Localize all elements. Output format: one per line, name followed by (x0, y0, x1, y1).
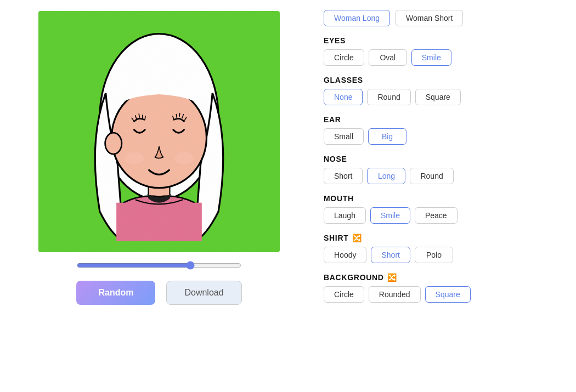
eyes-smile[interactable]: Smile (411, 49, 451, 66)
background-options: Circle Rounded Square (324, 286, 565, 303)
svg-line-11 (179, 113, 180, 116)
avatar-preview (38, 11, 280, 252)
svg-point-3 (105, 133, 122, 154)
svg-line-5 (135, 116, 137, 119)
nose-label: NOSE (324, 155, 565, 163)
ear-label: EAR (324, 115, 565, 124)
shirt-polo[interactable]: Polo (415, 247, 453, 263)
download-button[interactable]: Download (166, 281, 241, 305)
svg-point-14 (125, 152, 144, 164)
svg-point-0 (100, 34, 218, 200)
mouth-options: Laugh Smile Peace (324, 207, 565, 224)
eyes-label: EYES (324, 36, 565, 45)
svg-point-15 (174, 152, 194, 164)
svg-point-2 (112, 87, 207, 188)
mouth-label: MOUTH (324, 194, 565, 203)
ear-big[interactable]: Big (368, 128, 406, 145)
glasses-none[interactable]: None (324, 89, 363, 105)
mouth-smile[interactable]: Smile (370, 207, 410, 224)
shirt-options: Hoody Short Polo (324, 247, 565, 263)
mouth-peace[interactable]: Peace (415, 207, 458, 224)
shirt-section: SHIRT 🔀 Hoody Short Polo (324, 234, 565, 263)
background-label: BACKGROUND 🔀 (324, 273, 565, 282)
svg-line-9 (173, 116, 174, 120)
eyes-options: Circle Oval Smile (324, 49, 565, 66)
hair-section: Woman Long Woman Short (324, 10, 565, 26)
svg-line-8 (145, 116, 145, 120)
action-buttons: Random Download (76, 281, 241, 305)
nose-long[interactable]: Long (367, 168, 405, 184)
svg-line-4 (132, 118, 134, 121)
mouth-section: MOUTH Laugh Smile Peace (324, 194, 565, 224)
left-panel: Random Download (0, 0, 318, 392)
svg-line-6 (139, 114, 139, 117)
hair-option-woman-long[interactable]: Woman Long (324, 10, 390, 26)
eyes-oval[interactable]: Oval (369, 49, 407, 66)
background-circle[interactable]: Circle (324, 286, 364, 303)
svg-line-13 (184, 117, 186, 120)
nose-round[interactable]: Round (410, 168, 453, 184)
background-square[interactable]: Square (425, 286, 471, 303)
avatar-slider-wrap (77, 261, 241, 272)
ear-section: EAR Small Big (324, 115, 565, 145)
glasses-section: GLASSES None Round Square (324, 76, 565, 105)
svg-rect-16 (116, 203, 202, 241)
glasses-round[interactable]: Round (367, 89, 410, 105)
background-random-icon[interactable]: 🔀 (387, 273, 397, 282)
background-rounded[interactable]: Rounded (369, 286, 421, 303)
random-button[interactable]: Random (76, 281, 155, 305)
hair-option-woman-short[interactable]: Woman Short (396, 10, 463, 26)
glasses-options: None Round Square (324, 89, 565, 105)
mouth-laugh[interactable]: Laugh (324, 207, 366, 224)
ear-small[interactable]: Small (324, 128, 364, 145)
ear-options: Small Big (324, 128, 565, 145)
glasses-label: GLASSES (324, 76, 565, 84)
shirt-short[interactable]: Short (371, 247, 410, 263)
right-panel: Woman Long Woman Short EYES Circle Oval … (318, 0, 576, 392)
nose-section: NOSE Short Long Round (324, 155, 565, 184)
svg-line-10 (176, 115, 177, 118)
shirt-random-icon[interactable]: 🔀 (352, 234, 362, 242)
shirt-hoody[interactable]: Hoody (324, 247, 366, 263)
background-section: BACKGROUND 🔀 Circle Rounded Square (324, 273, 565, 303)
eyes-circle[interactable]: Circle (324, 49, 364, 66)
eyes-section: EYES Circle Oval Smile (324, 36, 565, 66)
svg-line-12 (182, 115, 183, 118)
size-slider[interactable] (77, 261, 241, 270)
shirt-label: SHIRT 🔀 (324, 234, 565, 242)
svg-rect-1 (149, 179, 170, 202)
nose-short[interactable]: Short (324, 168, 363, 184)
glasses-square[interactable]: Square (415, 89, 461, 105)
nose-options: Short Long Round (324, 168, 565, 184)
